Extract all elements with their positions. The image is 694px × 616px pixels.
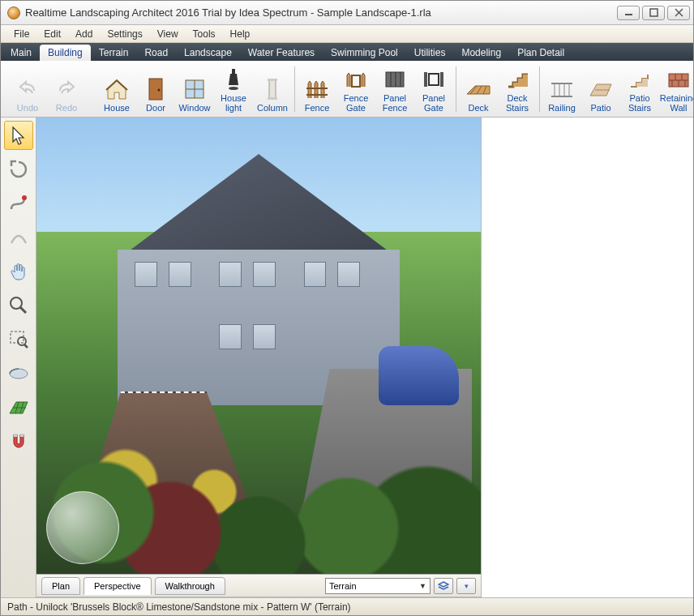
navigation-orb[interactable] <box>46 491 119 564</box>
ribbon-separator <box>456 66 456 112</box>
pointer-tool[interactable] <box>4 121 33 150</box>
tab-main[interactable]: Main <box>2 45 40 61</box>
menu-tools[interactable]: Tools <box>186 27 222 41</box>
ribbon-button-label: Panel Fence <box>383 94 408 113</box>
layer-select[interactable]: Terrain ▼ <box>325 578 431 594</box>
svg-point-5 <box>158 88 161 91</box>
svg-rect-22 <box>440 72 443 87</box>
tab-swimming-pool[interactable]: Swimming Pool <box>323 45 406 61</box>
deck-stairs-button[interactable]: Deck Stairs <box>499 65 536 113</box>
tab-modeling[interactable]: Modeling <box>453 45 509 61</box>
zoom-region-icon <box>8 329 29 350</box>
pan-tool[interactable] <box>4 257 33 286</box>
tab-landscape[interactable]: Landscape <box>176 45 240 61</box>
door-button[interactable]: Door <box>137 65 174 113</box>
menu-edit[interactable]: Edit <box>37 27 67 41</box>
ribbon-button-label: Railing <box>548 104 576 113</box>
ribbon-button-label: House light <box>221 94 246 113</box>
svg-rect-11 <box>269 80 276 98</box>
maximize-button[interactable] <box>642 6 665 20</box>
close-icon <box>675 8 683 17</box>
house-render <box>99 154 419 405</box>
minimize-button[interactable] <box>617 6 640 20</box>
workarea: Plan Perspective Walkthrough Terrain ▼ ▾ <box>1 118 693 597</box>
ribbon: Undo Redo HouseDoorWindowHouse lightColu… <box>1 61 693 118</box>
tab-building[interactable]: Building <box>40 45 91 61</box>
svg-rect-52 <box>14 434 17 437</box>
retaining-wall-button[interactable]: Retaining Wall <box>660 65 694 113</box>
zoom-tool[interactable] <box>4 291 33 320</box>
deck-button[interactable]: Deck <box>460 65 497 113</box>
house-button[interactable]: House <box>98 65 135 113</box>
fence-gate-icon <box>343 66 369 92</box>
svg-point-10 <box>229 87 238 90</box>
3d-viewport[interactable] <box>36 118 481 575</box>
orbit-tool[interactable] <box>4 359 33 388</box>
panel-fence-button[interactable]: Panel Fence <box>376 65 413 113</box>
undo-button[interactable]: Undo <box>9 65 46 113</box>
maximize-icon <box>649 8 658 17</box>
house-light-button[interactable]: House light <box>215 65 252 113</box>
view-tab-plan[interactable]: Plan <box>41 577 80 595</box>
svg-point-42 <box>22 195 27 200</box>
fence-button[interactable]: Fence <box>298 65 336 113</box>
svg-rect-53 <box>20 434 24 437</box>
redo-button[interactable]: Redo <box>48 65 85 113</box>
fence-icon <box>304 76 330 102</box>
zoom-region-tool[interactable] <box>4 325 33 354</box>
svg-rect-21 <box>424 72 427 87</box>
undo-label: Undo <box>17 104 38 113</box>
menu-settings[interactable]: Settings <box>101 27 148 41</box>
roof-render <box>99 154 419 255</box>
curve-tool[interactable] <box>4 189 33 218</box>
menu-help[interactable]: Help <box>224 27 257 41</box>
fence-gate-button[interactable]: Fence Gate <box>337 65 375 113</box>
redo-label: Redo <box>56 104 77 113</box>
curve-icon <box>8 193 29 214</box>
column-button[interactable]: Column <box>254 65 291 113</box>
hand-icon <box>8 261 29 282</box>
layers-icon <box>438 581 449 591</box>
arc-tool[interactable] <box>4 223 33 252</box>
grid-tool[interactable] <box>4 393 33 422</box>
svg-rect-9 <box>232 69 235 74</box>
tab-water-features[interactable]: Water Features <box>240 45 323 61</box>
tab-plan-detail[interactable]: Plan Detail <box>509 45 572 61</box>
close-button[interactable] <box>667 6 690 20</box>
magnet-icon <box>9 431 28 452</box>
orbit-icon <box>7 365 30 383</box>
patio-stairs-icon <box>627 66 653 92</box>
ribbon-button-label: Patio <box>590 104 610 113</box>
window-button[interactable]: Window <box>176 65 213 113</box>
retaining-wall-icon <box>666 66 692 92</box>
railing-button[interactable]: Railing <box>543 65 580 113</box>
ribbon-button-label: Fence <box>305 104 330 113</box>
menu-file[interactable]: File <box>7 27 36 41</box>
patio-stairs-button[interactable]: Patio Stairs <box>621 65 658 113</box>
ribbon-separator <box>539 66 540 112</box>
menu-add[interactable]: Add <box>69 27 99 41</box>
layer-toggle-button[interactable] <box>434 578 453 594</box>
layer-select-value: Terrain <box>329 581 357 591</box>
tab-road[interactable]: Road <box>136 45 176 61</box>
snap-tool[interactable] <box>4 427 33 456</box>
ribbon-button-label: Retaining Wall <box>660 94 694 113</box>
view-tab-walkthrough[interactable]: Walkthrough <box>155 577 225 595</box>
properties-panel <box>481 118 693 597</box>
panel-gate-button[interactable]: Panel Gate <box>415 65 452 113</box>
side-tool-palette <box>1 118 36 597</box>
ribbon-button-label: House <box>104 104 130 113</box>
view-tab-perspective[interactable]: Perspective <box>84 577 151 595</box>
rotate-tool[interactable] <box>4 155 33 184</box>
layer-dropdown-button[interactable]: ▾ <box>456 578 476 594</box>
menu-view[interactable]: View <box>151 27 185 41</box>
house-light-icon <box>221 66 246 92</box>
svg-line-47 <box>24 344 28 348</box>
railing-icon <box>549 76 575 102</box>
tab-utilities[interactable]: Utilities <box>406 45 454 61</box>
tab-terrain[interactable]: Terrain <box>91 45 137 61</box>
window-title: Realtime Landscaping Architect 2016 Tria… <box>25 6 617 19</box>
ribbon-button-label: Deck <box>468 104 488 113</box>
patio-button[interactable]: Patio <box>582 65 619 113</box>
ribbon-button-label: Column <box>257 104 288 113</box>
